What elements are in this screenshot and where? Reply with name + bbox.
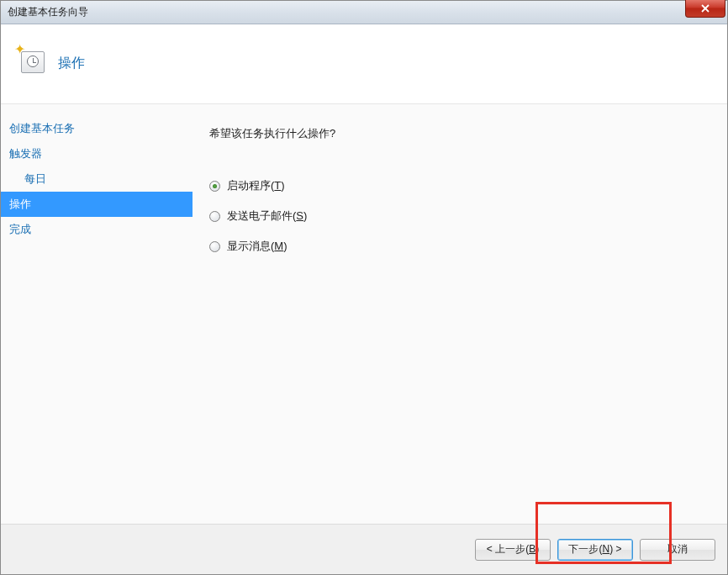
action-prompt: 希望该任务执行什么操作?	[209, 126, 710, 141]
sidebar-item-4[interactable]: 完成	[1, 217, 193, 242]
wizard-window: 创建基本任务向导 ✦ 操作 创建基本任务触发器每日操作完成 希望该任务执行什么操…	[0, 0, 728, 575]
option-label: 显示消息(M)	[227, 239, 288, 254]
option-label: 发送电子邮件(S)	[227, 208, 307, 224]
back-label-post: )	[535, 543, 539, 555]
titlebar: 创建基本任务向导	[1, 1, 727, 24]
sidebar: 创建基本任务触发器每日操作完成	[1, 104, 193, 524]
sidebar-item-1[interactable]: 触发器	[1, 141, 193, 166]
radio-icon	[209, 211, 220, 222]
sidebar-item-label: 操作	[9, 198, 31, 210]
sidebar-item-3[interactable]: 操作	[1, 192, 193, 217]
radio-icon	[209, 241, 220, 252]
action-option-1[interactable]: 发送电子邮件(S)	[209, 208, 710, 224]
sidebar-item-label: 触发器	[9, 147, 42, 160]
close-icon	[700, 3, 710, 13]
sidebar-item-label: 每日	[24, 172, 46, 185]
sidebar-item-label: 完成	[9, 223, 31, 235]
cancel-label: 取消	[667, 543, 688, 555]
next-button[interactable]: 下一步(N) >	[557, 539, 633, 561]
cancel-button[interactable]: 取消	[640, 539, 715, 561]
sidebar-item-0[interactable]: 创建基本任务	[1, 116, 193, 141]
wizard-clock-icon: ✦	[16, 45, 46, 75]
header: ✦ 操作	[1, 24, 727, 103]
close-button[interactable]	[685, 0, 725, 18]
next-label-post: ) >	[609, 543, 621, 555]
next-shortcut: N	[602, 543, 609, 555]
action-option-0[interactable]: 启动程序(T)	[209, 178, 710, 193]
content: 希望该任务执行什么操作? 启动程序(T)发送电子邮件(S)显示消息(M)	[193, 104, 727, 524]
sidebar-item-2[interactable]: 每日	[1, 166, 193, 192]
next-label-pre: 下一步(	[568, 543, 602, 555]
sidebar-item-label: 创建基本任务	[9, 122, 75, 135]
footer: < 上一步(B) 下一步(N) > 取消	[1, 524, 727, 574]
body: 创建基本任务触发器每日操作完成 希望该任务执行什么操作? 启动程序(T)发送电子…	[1, 103, 727, 524]
page-title: 操作	[58, 41, 85, 72]
back-label-pre: < 上一步(	[487, 543, 529, 555]
action-option-2[interactable]: 显示消息(M)	[209, 239, 710, 254]
window-title: 创建基本任务向导	[8, 5, 88, 19]
back-shortcut: B	[529, 543, 535, 555]
back-button[interactable]: < 上一步(B)	[475, 539, 551, 561]
option-label: 启动程序(T)	[227, 178, 285, 193]
radio-icon	[209, 181, 220, 192]
